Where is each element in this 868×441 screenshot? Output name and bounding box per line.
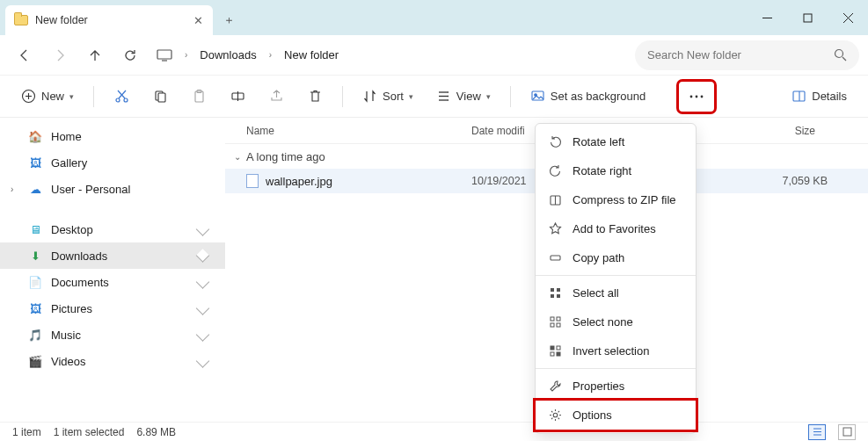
search-input[interactable] bbox=[647, 48, 825, 61]
sidebar-label: Gallery bbox=[51, 156, 87, 170]
tab-current[interactable]: New folder ✕ bbox=[5, 5, 213, 35]
menu-options[interactable]: Options bbox=[536, 401, 696, 430]
copy-button[interactable] bbox=[143, 82, 177, 112]
sidebar-label: Videos bbox=[51, 355, 86, 368]
menu-label: Copy path bbox=[573, 251, 624, 264]
title-bar: New folder ✕ ＋ bbox=[0, 0, 868, 35]
chevron-right-icon[interactable]: › bbox=[11, 184, 13, 194]
sort-icon bbox=[362, 89, 377, 104]
background-icon bbox=[530, 89, 545, 104]
svg-rect-38 bbox=[551, 317, 554, 321]
menu-rotate-left[interactable]: Rotate left bbox=[536, 127, 696, 156]
copy-icon bbox=[153, 89, 168, 104]
sidebar-item-desktop[interactable]: 🖥Desktop bbox=[0, 216, 225, 242]
cloud-icon: ☁ bbox=[28, 182, 42, 196]
select-none-icon bbox=[548, 315, 562, 329]
navigation-pane: 🏠Home 🖼Gallery ›☁User - Personal 🖥Deskto… bbox=[0, 118, 225, 423]
paste-button[interactable] bbox=[182, 82, 215, 112]
folder-icon bbox=[14, 15, 28, 25]
new-tab-button[interactable]: ＋ bbox=[213, 5, 244, 35]
sidebar-item-pictures[interactable]: 🖼Pictures bbox=[0, 295, 225, 322]
menu-compress[interactable]: Compress to ZIP file bbox=[536, 185, 696, 214]
sidebar-item-gallery[interactable]: 🖼Gallery bbox=[0, 149, 225, 176]
separator bbox=[0, 202, 225, 216]
svg-point-28 bbox=[701, 95, 704, 98]
sidebar-item-home[interactable]: 🏠Home bbox=[0, 123, 225, 149]
menu-separator bbox=[536, 368, 696, 369]
trash-icon bbox=[308, 89, 323, 104]
sidebar-item-downloads[interactable]: ⬇Downloads bbox=[0, 242, 225, 269]
menu-label: Select none bbox=[573, 315, 633, 329]
minimize-button[interactable] bbox=[747, 0, 787, 35]
view-label: View bbox=[456, 90, 481, 103]
svg-rect-40 bbox=[551, 323, 554, 327]
details-pane-button[interactable]: Details bbox=[783, 82, 856, 112]
status-size: 6.89 MB bbox=[136, 426, 176, 438]
details-icon bbox=[791, 89, 806, 104]
sidebar-label: Pictures bbox=[51, 302, 92, 315]
close-tab-icon[interactable]: ✕ bbox=[192, 14, 204, 26]
back-button[interactable] bbox=[9, 40, 40, 70]
close-window-button[interactable] bbox=[828, 0, 868, 35]
breadcrumb-downloads[interactable]: Downloads bbox=[200, 48, 256, 61]
menu-copy-path[interactable]: Copy path bbox=[536, 243, 696, 272]
rename-button[interactable] bbox=[221, 82, 254, 112]
up-button[interactable] bbox=[79, 40, 111, 70]
menu-properties[interactable]: Properties bbox=[536, 372, 696, 401]
svg-rect-50 bbox=[843, 428, 851, 436]
cut-button[interactable] bbox=[105, 82, 138, 112]
view-details-toggle[interactable] bbox=[808, 424, 826, 440]
chevron-right-icon: › bbox=[185, 50, 187, 60]
new-button[interactable]: New ▾ bbox=[12, 82, 83, 112]
svg-rect-36 bbox=[551, 294, 554, 298]
svg-rect-41 bbox=[557, 323, 560, 327]
refresh-button[interactable] bbox=[114, 40, 146, 70]
home-icon: 🏠 bbox=[28, 129, 42, 143]
column-name[interactable]: Name bbox=[246, 125, 471, 137]
view-thumbnails-toggle[interactable] bbox=[838, 424, 856, 440]
forward-button[interactable] bbox=[44, 40, 76, 70]
sidebar-item-videos[interactable]: 🎬Videos bbox=[0, 348, 225, 374]
titlebar-spacer bbox=[244, 0, 747, 35]
document-icon: 📄 bbox=[28, 275, 42, 289]
share-button[interactable] bbox=[259, 82, 293, 112]
view-button[interactable]: View ▾ bbox=[427, 82, 500, 112]
sort-button[interactable]: Sort ▾ bbox=[354, 82, 422, 112]
path-icon bbox=[548, 251, 562, 265]
chevron-down-icon: ⌄ bbox=[234, 152, 241, 162]
invert-icon bbox=[548, 344, 562, 358]
svg-point-46 bbox=[553, 413, 558, 417]
more-button[interactable] bbox=[679, 82, 714, 112]
sidebar-item-user[interactable]: ›☁User - Personal bbox=[0, 176, 225, 202]
set-background-label: Set as background bbox=[551, 90, 646, 103]
breadcrumb-newfolder[interactable]: New folder bbox=[284, 48, 339, 61]
sidebar-label: Documents bbox=[51, 276, 109, 289]
set-background-button[interactable]: Set as background bbox=[522, 82, 654, 112]
svg-rect-37 bbox=[557, 294, 560, 298]
menu-select-all[interactable]: Select all bbox=[536, 278, 696, 307]
svg-rect-34 bbox=[551, 288, 554, 292]
rotate-right-icon bbox=[548, 164, 562, 178]
menu-label: Add to Favorites bbox=[573, 222, 656, 235]
menu-invert-selection[interactable]: Invert selection bbox=[536, 336, 696, 365]
image-file-icon bbox=[246, 174, 259, 188]
svg-line-7 bbox=[842, 57, 846, 61]
column-size[interactable]: Size bbox=[744, 125, 868, 137]
svg-rect-43 bbox=[557, 346, 560, 350]
chevron-down-icon: ▾ bbox=[409, 92, 413, 101]
menu-favorites[interactable]: Add to Favorites bbox=[536, 214, 696, 243]
svg-point-26 bbox=[690, 95, 693, 98]
sidebar-item-music[interactable]: 🎵Music bbox=[0, 322, 225, 348]
maximize-button[interactable] bbox=[787, 0, 828, 35]
breadcrumb[interactable]: › Downloads › New folder bbox=[150, 40, 631, 70]
svg-rect-16 bbox=[158, 93, 165, 102]
svg-point-12 bbox=[124, 98, 128, 102]
menu-label: Compress to ZIP file bbox=[573, 193, 676, 206]
sidebar-item-documents[interactable]: 📄Documents bbox=[0, 269, 225, 295]
menu-rotate-right[interactable]: Rotate right bbox=[536, 156, 696, 185]
search-box[interactable] bbox=[635, 40, 859, 70]
delete-button[interactable] bbox=[298, 82, 332, 112]
menu-select-none[interactable]: Select none bbox=[536, 307, 696, 336]
details-label: Details bbox=[812, 90, 847, 103]
rename-icon bbox=[230, 89, 245, 104]
